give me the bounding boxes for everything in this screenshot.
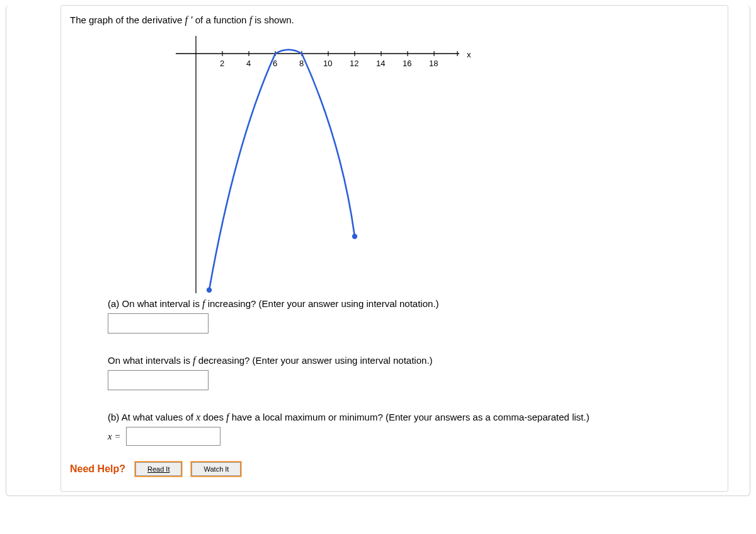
tick-12: 12 — [350, 59, 358, 68]
read-it-button[interactable]: Read It — [135, 462, 181, 476]
tick-18: 18 — [429, 59, 438, 68]
qa-post: increasing? (Enter your answer using int… — [205, 298, 439, 309]
problem-container: The graph of the derivative f ′ of a fun… — [60, 5, 728, 492]
qb-mid: does — [200, 412, 226, 422]
prompt-text-post: is shown. — [252, 15, 294, 25]
tick-8: 8 — [299, 59, 304, 68]
x-equals-label: x = — [108, 431, 121, 442]
need-help-row: Need Help? Read It Watch It — [70, 462, 719, 476]
page-frame: The graph of the derivative f ′ of a fun… — [6, 5, 750, 496]
prompt-text-pre: The graph of the derivative — [70, 15, 185, 25]
tick-6: 6 — [273, 59, 277, 68]
question-b: (b) At what values of x does f have a lo… — [108, 412, 719, 423]
tick-14: 14 — [376, 59, 385, 68]
answer-input-increasing[interactable] — [108, 313, 209, 334]
svg-point-13 — [352, 234, 357, 239]
tick-10: 10 — [323, 59, 332, 68]
qa-pre: (a) On what interval is — [108, 298, 202, 309]
qa2-pre: On what intervals is — [108, 355, 193, 366]
answer-input-extrema[interactable] — [126, 427, 220, 446]
svg-point-12 — [207, 287, 212, 293]
qb-post: have a local maximum or minimum? (Enter … — [229, 412, 590, 422]
answer-row-b: x = — [108, 427, 719, 446]
tick-16: 16 — [403, 59, 411, 68]
prompt-fprime: f ′ — [185, 15, 193, 25]
tick-4: 4 — [246, 59, 251, 68]
answer-input-decreasing[interactable] — [108, 370, 209, 390]
derivative-graph: x 2 4 6 8 10 12 14 — [171, 30, 486, 294]
qb-pre: (b) At what values of — [108, 412, 196, 422]
tick-2: 2 — [220, 59, 224, 68]
question-a-decreasing: On what intervals is f decreasing? (Ente… — [108, 355, 719, 366]
qa2-post: decreasing? (Enter your answer using int… — [196, 355, 433, 366]
watch-it-button[interactable]: Watch It — [192, 462, 241, 476]
x-axis-label: x — [467, 50, 471, 59]
prompt-text-mid: of a function — [193, 15, 249, 25]
question-a-increasing: (a) On what interval is f increasing? (E… — [108, 298, 719, 310]
need-help-label: Need Help? — [70, 463, 125, 475]
problem-prompt: The graph of the derivative f ′ of a fun… — [70, 15, 719, 26]
